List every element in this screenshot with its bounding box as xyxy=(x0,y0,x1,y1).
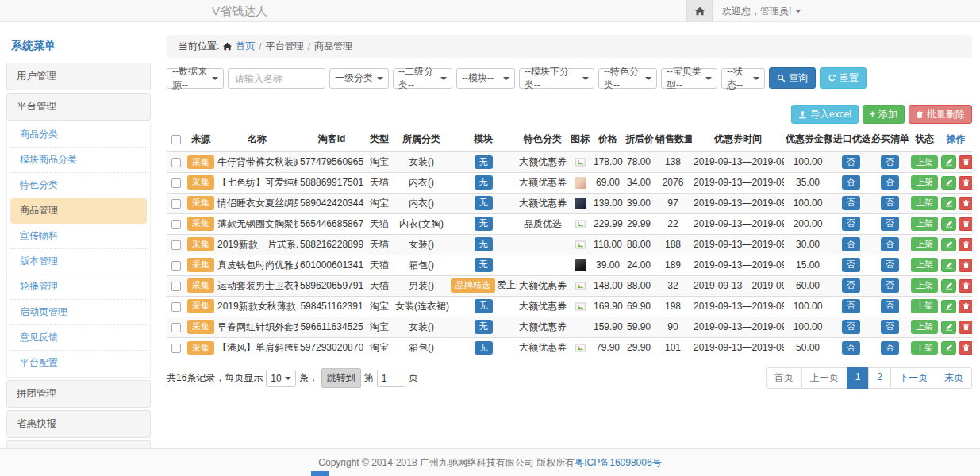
status-badge[interactable]: 上架 xyxy=(911,175,938,189)
sidebar-item-group-buy-mgmt[interactable]: 拼团管理 xyxy=(6,380,151,408)
sidebar-subitem-module-goods-category[interactable]: 模块商品分类 xyxy=(10,148,147,173)
sidebar-subitem-promo-material[interactable]: 宣传物料 xyxy=(10,224,147,249)
must-buy-badge[interactable]: 否 xyxy=(881,258,899,271)
icp-link[interactable]: 粤ICP备16098006号 xyxy=(575,456,661,470)
select-all-checkbox[interactable] xyxy=(171,135,181,144)
filter-select-module[interactable]: --模块-- xyxy=(456,68,515,89)
import-select-badge[interactable]: 否 xyxy=(842,196,860,209)
user-menu[interactable]: 欢迎您，管理员! xyxy=(713,0,801,22)
reset-button[interactable]: 重置 xyxy=(820,67,867,89)
status-badge[interactable]: 上架 xyxy=(911,258,938,271)
status-badge[interactable]: 上架 xyxy=(911,196,938,209)
row-select-checkbox[interactable] xyxy=(171,261,181,271)
filter-select-first-category[interactable]: 一级分类 xyxy=(329,68,389,89)
page-button-last[interactable]: 末页 xyxy=(936,367,972,389)
add-button[interactable]: + 添加 xyxy=(863,105,905,124)
home-icon-button[interactable] xyxy=(686,0,713,22)
import-select-badge[interactable]: 否 xyxy=(842,299,860,313)
must-buy-badge[interactable]: 否 xyxy=(881,237,899,251)
import-select-badge[interactable]: 否 xyxy=(842,278,860,292)
delete-button[interactable] xyxy=(959,217,972,231)
jump-to-button[interactable]: 跳转到 xyxy=(321,368,361,388)
row-select-checkbox[interactable] xyxy=(171,344,181,353)
status-badge[interactable]: 上架 xyxy=(911,217,938,230)
edit-button[interactable] xyxy=(941,300,956,313)
edit-button[interactable] xyxy=(941,155,956,169)
page-number-input[interactable] xyxy=(377,370,405,387)
must-buy-badge[interactable]: 否 xyxy=(881,299,899,313)
filter-select-module-sub-category[interactable]: --模块下分类-- xyxy=(519,68,594,89)
sidebar-subitem-version-mgmt[interactable]: 版本管理 xyxy=(10,249,147,274)
sidebar-item-user-mgmt[interactable]: 用户管理 xyxy=(6,63,151,90)
name-search-input[interactable] xyxy=(228,68,325,89)
query-button[interactable]: 查询 xyxy=(769,67,816,89)
row-select-checkbox[interactable] xyxy=(171,302,181,312)
status-badge[interactable]: 上架 xyxy=(911,299,938,313)
delete-button[interactable] xyxy=(959,279,972,293)
row-select-checkbox[interactable] xyxy=(171,240,181,250)
sidebar-subitem-special-category[interactable]: 特色分类 xyxy=(10,173,147,198)
status-badge[interactable]: 上架 xyxy=(911,278,938,292)
breadcrumb-home-link[interactable]: 首页 xyxy=(236,40,255,53)
status-badge[interactable]: 上架 xyxy=(911,341,938,355)
must-buy-badge[interactable]: 否 xyxy=(881,217,899,230)
filter-select-status[interactable]: --状态-- xyxy=(721,68,765,89)
page-button-2[interactable]: 2 xyxy=(868,367,891,389)
import-select-badge[interactable]: 否 xyxy=(842,155,860,169)
delete-button[interactable] xyxy=(959,197,972,210)
page-button-next[interactable]: 下一页 xyxy=(890,367,936,389)
sidebar-item-saving-news[interactable]: 省惠快报 xyxy=(6,410,151,438)
delete-button[interactable] xyxy=(959,321,972,334)
per-page-select[interactable]: 10 xyxy=(266,370,295,387)
sidebar-item-platform-mgmt[interactable]: 平台管理 xyxy=(6,93,151,121)
edit-button[interactable] xyxy=(941,217,956,231)
delete-button[interactable] xyxy=(959,238,972,251)
filter-select-special-category[interactable]: --特色分类-- xyxy=(598,68,657,89)
import-select-badge[interactable]: 否 xyxy=(842,258,860,271)
edit-button[interactable] xyxy=(941,279,956,293)
import-select-badge[interactable]: 否 xyxy=(842,237,860,251)
sidebar-subitem-splash-mgmt[interactable]: 启动页管理 xyxy=(10,300,147,325)
status-badge[interactable]: 上架 xyxy=(911,155,938,169)
must-buy-badge[interactable]: 否 xyxy=(881,155,899,169)
must-buy-badge[interactable]: 否 xyxy=(881,341,899,355)
edit-button[interactable] xyxy=(941,341,956,355)
sidebar-item-message-mgmt[interactable]: 消息管理 xyxy=(6,440,151,448)
edit-button[interactable] xyxy=(941,197,956,210)
batch-delete-button[interactable]: 批量删除 xyxy=(909,105,972,124)
must-buy-badge[interactable]: 否 xyxy=(881,175,899,189)
status-badge[interactable]: 上架 xyxy=(911,237,938,251)
page-button-prev[interactable]: 上一页 xyxy=(801,367,847,389)
row-select-checkbox[interactable] xyxy=(171,323,181,332)
row-select-checkbox[interactable] xyxy=(171,178,181,188)
import-select-badge[interactable]: 否 xyxy=(842,341,860,355)
import-select-badge[interactable]: 否 xyxy=(842,175,860,189)
delete-button[interactable] xyxy=(959,259,972,272)
delete-button[interactable] xyxy=(959,300,972,313)
sidebar-subitem-feedback[interactable]: 意见反馈 xyxy=(10,325,147,351)
filter-select-second-category[interactable]: --二级分类-- xyxy=(393,68,452,89)
must-buy-badge[interactable]: 否 xyxy=(881,196,899,209)
page-button-1[interactable]: 1 xyxy=(847,367,870,389)
must-buy-badge[interactable]: 否 xyxy=(881,278,899,292)
import-excel-button[interactable]: 导入excel xyxy=(791,105,859,124)
row-select-checkbox[interactable] xyxy=(171,282,181,291)
row-select-checkbox[interactable] xyxy=(171,199,181,209)
sidebar-subitem-goods-category[interactable]: 商品分类 xyxy=(10,122,147,148)
import-select-badge[interactable]: 否 xyxy=(842,320,860,333)
delete-button[interactable] xyxy=(959,341,972,355)
filter-select-item-type[interactable]: --宝贝类型-- xyxy=(661,68,717,89)
edit-button[interactable] xyxy=(941,259,956,272)
row-select-checkbox[interactable] xyxy=(171,158,181,167)
import-select-badge[interactable]: 否 xyxy=(842,217,860,230)
edit-button[interactable] xyxy=(941,176,956,190)
edit-button[interactable] xyxy=(941,238,956,251)
sidebar-subitem-goods-mgmt[interactable]: 商品管理 xyxy=(10,198,147,224)
must-buy-badge[interactable]: 否 xyxy=(881,320,899,333)
delete-button[interactable] xyxy=(959,176,972,190)
edit-button[interactable] xyxy=(941,321,956,334)
sidebar-subitem-platform-config[interactable]: 平台配置 xyxy=(10,351,147,375)
row-select-checkbox[interactable] xyxy=(171,220,181,229)
delete-button[interactable] xyxy=(959,155,972,169)
filter-select-data-source[interactable]: --数据来源-- xyxy=(167,68,224,89)
